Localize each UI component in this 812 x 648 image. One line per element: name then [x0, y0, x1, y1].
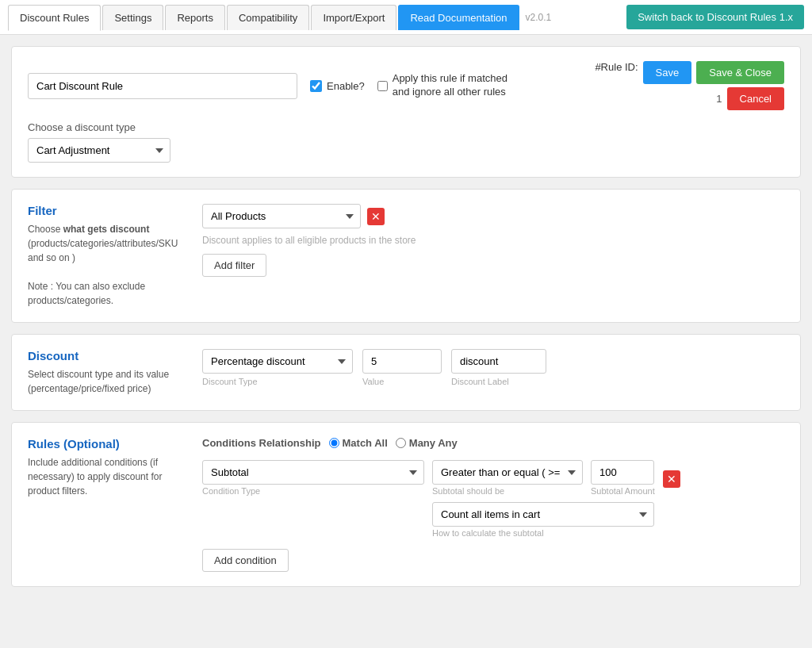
filter-type-select[interactable]: All Products Products Categories [202, 204, 361, 228]
many-any-label: Many Any [409, 437, 458, 449]
filter-description: Choose what gets discount (products/cate… [28, 222, 186, 308]
calc-label: How to calculate the subtotal [432, 528, 680, 538]
rules-left: Rules (Optional) Include additional cond… [28, 437, 186, 572]
add-condition-button[interactable]: Add condition [202, 549, 289, 572]
rules-card: Rules (Optional) Include additional cond… [11, 422, 801, 587]
rules-right: Conditions Relationship Match All Many A… [202, 437, 784, 572]
discount-type-field-label: Discount Type [202, 377, 353, 386]
tab-reports[interactable]: Reports [165, 5, 225, 30]
discount-label-input[interactable] [451, 349, 546, 374]
discount-title: Discount [28, 349, 186, 362]
save-close-button[interactable]: Save & Close [696, 61, 784, 84]
switch-back-button[interactable]: Switch back to Discount Rules 1.x [626, 5, 804, 29]
match-all-radio[interactable] [329, 438, 339, 448]
apply-label: Apply this rule if matched and ignore al… [393, 72, 512, 99]
discount-value-input[interactable] [362, 349, 442, 374]
cancel-button[interactable]: Cancel [727, 87, 784, 110]
tab-compatibility[interactable]: Compatibility [227, 5, 309, 30]
rule-id-value: 1 [716, 93, 722, 105]
match-all-label: Match All [343, 437, 388, 449]
apply-checkbox[interactable] [377, 80, 388, 92]
rules-title: Rules (Optional) [28, 437, 186, 451]
rules-description: Include additional conditions (if necess… [28, 455, 186, 498]
condition-row: Subtotal Cart Item Count User Role Coupo… [202, 460, 784, 538]
remove-condition-button[interactable]: ✕ [663, 470, 680, 488]
subtotal-calc-select[interactable]: Count all items in cart Count unique ite… [432, 502, 654, 527]
save-button[interactable]: Save [643, 61, 692, 84]
discount-label-field-label: Discount Label [451, 377, 546, 386]
discount-left: Discount Select discount type and its va… [28, 349, 186, 396]
header-card: Enable? Apply this rule if matched and i… [11, 46, 801, 178]
amount-input[interactable] [591, 460, 654, 485]
filter-card: Filter Choose what gets discount (produc… [11, 189, 801, 323]
filter-row: All Products Products Categories ✕ [202, 204, 784, 228]
rule-id-label: #Rule ID: [595, 61, 638, 84]
tab-import-export[interactable]: Import/Export [311, 5, 396, 30]
discount-type-select[interactable]: Percentage discount Fixed discount Fixed… [202, 349, 353, 374]
operator-select[interactable]: Greater than or equal ( >= ) Less than o… [432, 460, 583, 485]
top-navigation: Discount Rules Settings Reports Compatib… [0, 0, 812, 35]
discount-type-label: Choose a discount type [28, 121, 784, 133]
enable-checkbox[interactable] [310, 80, 322, 92]
operator-label: Subtotal should be [432, 486, 583, 496]
discount-card: Discount Select discount type and its va… [11, 334, 801, 411]
x-icon: ✕ [371, 210, 381, 223]
discount-row: Percentage discount Fixed discount Fixed… [202, 349, 784, 386]
amount-label: Subtotal Amount [591, 486, 655, 496]
enable-label: Enable? [327, 80, 365, 92]
add-filter-button[interactable]: Add filter [202, 254, 266, 277]
condition-type-label: Condition Type [202, 486, 424, 496]
rule-id-section: #Rule ID: Save Save & Close 1 Cancel [595, 61, 784, 110]
filter-right: All Products Products Categories ✕ Disco… [202, 204, 784, 308]
tab-discount-rules[interactable]: Discount Rules [8, 5, 101, 31]
conditions-relationship-label: Conditions Relationship [202, 437, 321, 449]
conditions-relationship: Conditions Relationship Match All Many A… [202, 437, 784, 449]
apply-section: Apply this rule if matched and ignore al… [377, 72, 512, 99]
remove-filter-button[interactable]: ✕ [367, 208, 385, 225]
filter-desc: Discount applies to all eligible product… [202, 235, 784, 246]
discount-type-select[interactable]: Cart Adjustment Percentage discount Fixe… [28, 138, 170, 163]
rule-name-input[interactable] [28, 73, 297, 99]
filter-title: Filter [28, 204, 186, 217]
remove-condition-x-icon: ✕ [667, 473, 676, 485]
tab-read-documentation[interactable]: Read Documentation [398, 5, 519, 30]
discount-type-section: Choose a discount type Cart Adjustment P… [28, 121, 784, 163]
filter-left: Filter Choose what gets discount (produc… [28, 204, 186, 308]
discount-description: Select discount type and its value (perc… [28, 367, 186, 396]
radio-group: Match All Many Any [329, 437, 458, 449]
many-any-radio[interactable] [396, 438, 406, 448]
tab-settings[interactable]: Settings [102, 5, 163, 30]
discount-right: Percentage discount Fixed discount Fixed… [202, 349, 784, 396]
match-all-option[interactable]: Match All [329, 437, 388, 449]
discount-value-label: Value [362, 377, 442, 386]
many-any-option[interactable]: Many Any [396, 437, 458, 449]
condition-type-select[interactable]: Subtotal Cart Item Count User Role Coupo… [202, 460, 424, 485]
version-label: v2.0.1 [526, 12, 552, 23]
enable-section: Enable? [310, 80, 365, 92]
